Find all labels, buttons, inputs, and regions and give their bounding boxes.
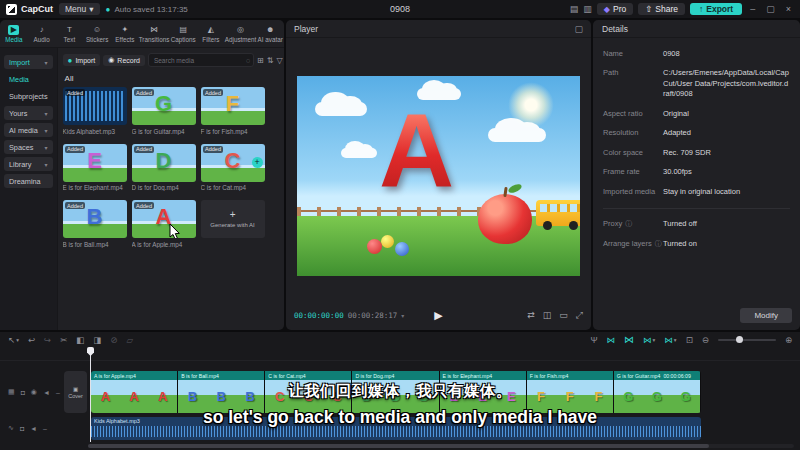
video-clip[interactable]: C is for Cat.mp4 C C C xyxy=(265,371,352,413)
generate-with-ai-card[interactable]: + Generate with AI xyxy=(201,200,265,248)
delete-button[interactable]: ⊘ xyxy=(110,335,117,345)
sidebar-item-ai-media[interactable]: AI media ▾ xyxy=(4,123,53,137)
collapse-icon[interactable]: – xyxy=(56,389,60,396)
view-grid-icon[interactable]: ⊞ xyxy=(257,56,264,65)
playhead[interactable] xyxy=(90,347,91,442)
modify-button[interactable]: Modify xyxy=(740,308,792,323)
export-button[interactable]: ↑ Export xyxy=(690,3,742,15)
sidebar-item-media[interactable]: Media xyxy=(4,72,53,86)
tab-transitions[interactable]: ⋈ Transitions xyxy=(139,20,170,47)
media-item[interactable]: A Added A is for Apple.mp4 xyxy=(132,200,196,248)
info-icon: ⓘ xyxy=(625,219,632,229)
tab-adjustment[interactable]: ◎ Adjustment xyxy=(225,20,257,47)
video-viewport[interactable]: A xyxy=(297,76,580,276)
close-button[interactable]: × xyxy=(783,4,794,14)
media-item[interactable]: E Added E is for Elephant.mp4 xyxy=(63,144,127,192)
speaker-icon[interactable]: ◄ xyxy=(30,425,37,432)
panel-toggle-icon[interactable]: ▥ xyxy=(583,4,592,14)
snap-toggle-icon[interactable]: ⋈ xyxy=(607,335,616,345)
lock-icon[interactable]: ◘ xyxy=(21,389,25,396)
sidebar-item-import[interactable]: Import ▾ xyxy=(4,55,53,69)
redo-button[interactable]: ↪ xyxy=(44,335,51,345)
trim-left-button[interactable]: ◧ xyxy=(76,335,84,345)
collapse-icon[interactable]: – xyxy=(43,425,47,432)
sidebar-item-library[interactable]: Library ▾ xyxy=(4,157,53,171)
media-item[interactable]: D Added D is for Dog.mp4 xyxy=(132,144,196,192)
detach-player-icon[interactable]: ▢ xyxy=(574,24,583,34)
audio-clip[interactable]: Kids Alphabet.mp3 xyxy=(91,417,701,440)
tab-text[interactable]: T Text xyxy=(56,20,84,47)
cover-button[interactable]: ▣ Cover xyxy=(64,371,87,413)
ratio-icon[interactable]: ▭ xyxy=(559,310,568,321)
fullscreen-icon[interactable]: ⤢ xyxy=(576,310,583,321)
media-item-name: D is for Dog.mp4 xyxy=(132,184,196,191)
split-button[interactable]: ✂ xyxy=(60,335,67,345)
timecode-dropdown-icon[interactable]: ▾ xyxy=(401,312,404,319)
tab-ai-avatar[interactable]: ☻ AI avatar xyxy=(256,20,284,47)
tab-media[interactable]: ▶ Media xyxy=(0,20,28,47)
preview-axis-icon[interactable]: ⊡ xyxy=(686,335,693,345)
record-button[interactable]: ◉ Record xyxy=(103,55,145,66)
snapshot-icon[interactable]: ◫ xyxy=(543,310,552,321)
media-item-name: F is for Fish.mp4 xyxy=(201,128,265,135)
media-item[interactable]: G Added G is for Guitar.mp4 xyxy=(132,87,196,135)
timeline-ruler[interactable] xyxy=(0,347,800,361)
select-tool-button[interactable]: ↖ ▾ xyxy=(8,335,19,345)
waveform-icon[interactable]: ∿ xyxy=(8,424,14,432)
pro-button[interactable]: ◆ Pro xyxy=(597,3,633,15)
minimize-button[interactable]: – xyxy=(747,4,758,14)
video-clip[interactable]: G is for Guitar.mp4 00:00:06:09 G G G xyxy=(614,371,701,413)
mirror-icon[interactable]: ⇄ xyxy=(527,310,535,321)
zoom-out-icon[interactable]: ⊖ xyxy=(702,335,709,345)
scrollbar-thumb[interactable] xyxy=(88,444,709,448)
info-icon: ⓘ xyxy=(655,239,662,249)
layout-icon[interactable]: ▤ xyxy=(570,4,579,14)
search-box[interactable]: ◌ xyxy=(148,53,254,67)
clip-label: A is for Apple.mp4 xyxy=(94,373,136,379)
tab-filters[interactable]: ◭ Filters xyxy=(197,20,225,47)
undo-button[interactable]: ↩ xyxy=(28,335,35,345)
crop-button[interactable]: ▱ xyxy=(126,335,133,345)
video-clip[interactable]: D is for Dog.mp4 D D D xyxy=(352,371,439,413)
link-toggle-icon[interactable]: ⋈ xyxy=(624,334,634,345)
video-clip[interactable]: B is for Ball.mp4 B B B xyxy=(178,371,265,413)
tab-stickers[interactable]: ☺ Stickers xyxy=(83,20,111,47)
sidebar-item-spaces[interactable]: Spaces ▾ xyxy=(4,140,53,154)
media-item[interactable]: B Added B is for Ball.mp4 xyxy=(63,200,127,248)
speaker-icon[interactable]: ◄ xyxy=(43,389,50,396)
filter-icon[interactable]: ▽ xyxy=(277,56,283,65)
trim-right-button[interactable]: ◨ xyxy=(93,335,101,345)
horizontal-scrollbar[interactable] xyxy=(88,444,794,448)
tab-captions[interactable]: ▤ Captions xyxy=(169,20,197,47)
keyframe-toggle-icon[interactable]: ⋈ ▾ xyxy=(643,335,655,345)
eye-icon[interactable]: ◉ xyxy=(31,388,37,396)
autoripple-toggle-icon[interactable]: ⋈ ▾ xyxy=(664,335,676,345)
media-item[interactable]: C Added + C is for Cat.mp4 xyxy=(201,144,265,192)
video-clip[interactable]: F is for Fish.mp4 F F F xyxy=(527,371,614,413)
media-item[interactable]: F Added F is for Fish.mp4 xyxy=(201,87,265,135)
menu-button[interactable]: Menu ▾ xyxy=(59,3,100,15)
track-thumbnail-icon[interactable]: ▦ xyxy=(8,388,15,396)
timeline-zoom-slider[interactable] xyxy=(718,339,776,341)
import-button[interactable]: ● Import xyxy=(63,54,101,66)
video-clip[interactable]: E is for Elephant.mp4 E E E xyxy=(440,371,527,413)
slider-knob[interactable] xyxy=(736,336,743,343)
video-clip[interactable]: A is for Apple.mp4 A A A xyxy=(91,371,178,413)
zoom-in-icon[interactable]: ⊕ xyxy=(785,335,792,345)
clip-label: E is for Elephant.mp4 xyxy=(443,373,493,379)
sort-icon[interactable]: ⇅ xyxy=(267,56,274,65)
search-icon[interactable]: ◌ xyxy=(246,57,250,64)
sidebar-item-subprojects[interactable]: Subprojects xyxy=(4,89,53,103)
maximize-button[interactable]: ▢ xyxy=(763,4,778,14)
search-input[interactable] xyxy=(152,56,244,65)
sidebar-item-dreamina[interactable]: Dreamina xyxy=(4,174,53,188)
sidebar-item-yours[interactable]: Yours ▾ xyxy=(4,106,53,120)
clip-header: F is for Fish.mp4 xyxy=(527,371,613,380)
lock-icon[interactable]: ◘ xyxy=(20,425,24,432)
share-button[interactable]: ⇧ Share xyxy=(638,3,685,15)
tab-audio[interactable]: ♪ Audio xyxy=(28,20,56,47)
media-item[interactable]: Added Kids Alphabet.mp3 xyxy=(63,87,127,135)
add-to-timeline-button[interactable]: + xyxy=(252,157,263,168)
record-voiceover-icon[interactable]: Ψ xyxy=(590,335,597,345)
tab-effects[interactable]: ✦ Effects xyxy=(111,20,139,47)
